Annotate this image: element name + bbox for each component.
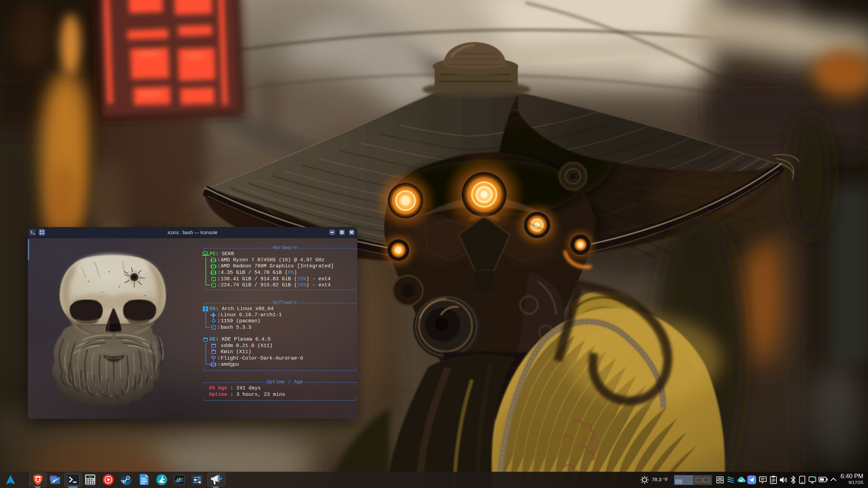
svg-text:900: 900 xyxy=(88,476,93,479)
